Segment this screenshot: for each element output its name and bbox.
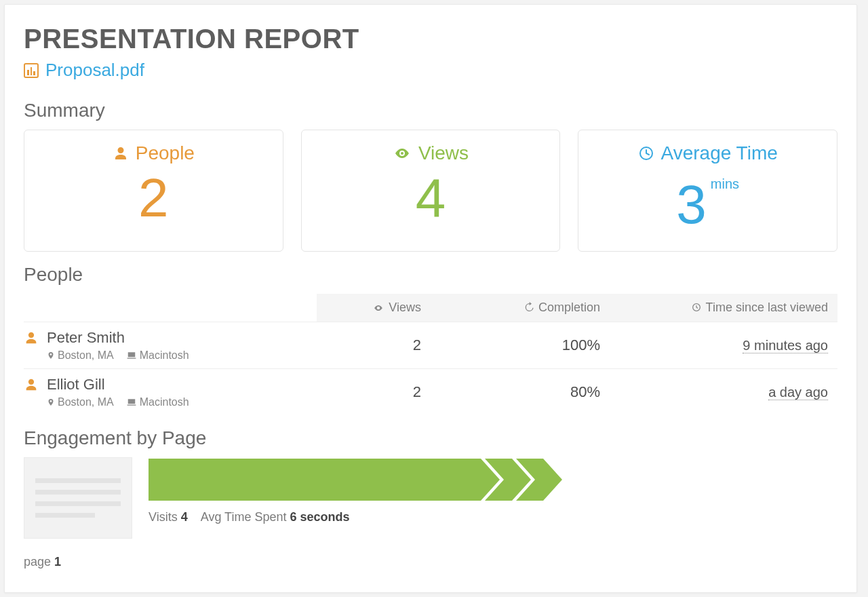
summary-people-value: 2 [31, 171, 276, 225]
history-icon [524, 302, 534, 313]
engagement-row: Visits 4 Avg Time Spent 6 seconds [24, 457, 837, 539]
person-name: Elliot Gill [47, 376, 189, 393]
table-row[interactable]: Elliot GillBoston, MAMacintosh280%a day … [24, 369, 837, 416]
file-link-row: Proposal.pdf [24, 60, 837, 81]
col-views-label: Views [389, 301, 421, 314]
engagement-heading: Engagement by Page [24, 427, 837, 449]
people-table-header-views[interactable]: Views [317, 294, 431, 322]
page-label-prefix: page [24, 555, 51, 569]
visits-value: 4 [181, 510, 188, 524]
chart-file-icon [24, 63, 39, 78]
col-completion-label: Completion [538, 301, 600, 314]
page-title: PRESENTATION REPORT [24, 24, 837, 54]
people-table-header-time[interactable]: Time since last viewed [610, 294, 837, 322]
svg-marker-4 [516, 459, 562, 501]
person-icon [24, 330, 39, 345]
people-heading: People [24, 264, 837, 286]
person-name: Peter Smith [47, 329, 189, 347]
person-location: Boston, MA [47, 349, 114, 362]
engagement-arrow-segment [516, 459, 562, 501]
summary-card-views: Views 4 [301, 130, 561, 252]
clock-icon [691, 302, 702, 313]
engagement-arrow-segment [149, 459, 500, 501]
clock-icon [638, 145, 654, 161]
summary-views-label: Views [418, 142, 469, 164]
eye-icon [393, 145, 412, 161]
row-completion: 80% [431, 369, 610, 416]
summary-card-people: People 2 [24, 130, 283, 252]
engagement-arrows-chart [149, 459, 837, 501]
people-table-header-empty [24, 294, 317, 322]
row-views: 2 [317, 369, 431, 416]
eye-icon [372, 303, 384, 313]
page-number-label: page 1 [24, 555, 837, 569]
summary-avg-time-label: Average Time [661, 142, 778, 164]
summary-heading: Summary [24, 100, 837, 121]
summary-views-value: 4 [309, 171, 553, 225]
page-label-number: 1 [54, 555, 61, 569]
summary-avg-time-units: mins [711, 176, 739, 192]
report-page: PRESENTATION REPORT Proposal.pdf Summary… [4, 4, 857, 593]
table-row[interactable]: Peter SmithBoston, MAMacintosh2100%9 min… [24, 322, 837, 369]
page-thumbnail[interactable] [24, 457, 132, 539]
summary-card-avg-time: Average Time 3 mins [578, 130, 837, 252]
person-icon [113, 145, 129, 161]
monitor-icon [126, 351, 137, 360]
engagement-meta: Visits 4 Avg Time Spent 6 seconds [149, 510, 837, 524]
svg-marker-2 [149, 459, 500, 501]
visits-label: Visits [149, 510, 178, 524]
summary-avg-time-value: 3 [676, 178, 707, 232]
row-views: 2 [317, 322, 431, 369]
pin-icon [47, 398, 55, 407]
person-device: Macintosh [126, 349, 189, 362]
people-table-header-completion[interactable]: Completion [431, 294, 610, 322]
file-name-link[interactable]: Proposal.pdf [45, 60, 144, 81]
row-time-since: 9 minutes ago [610, 322, 837, 369]
summary-cards: People 2 Views 4 Average Time 3 mi [24, 130, 837, 252]
summary-people-label: People [136, 142, 195, 164]
person-location: Boston, MA [47, 396, 114, 408]
people-table: Views Completion Time since last viewed … [24, 294, 837, 415]
person-device: Macintosh [126, 396, 189, 408]
engagement-details: Visits 4 Avg Time Spent 6 seconds [149, 457, 837, 524]
person-icon [24, 377, 39, 392]
row-time-since: a day ago [610, 369, 837, 416]
monitor-icon [126, 398, 137, 407]
avg-time-spent-label: Avg Time Spent [201, 510, 287, 524]
pin-icon [47, 351, 55, 360]
people-table-header-row: Views Completion Time since last viewed [24, 294, 837, 322]
row-completion: 100% [431, 322, 610, 369]
col-time-label: Time since last viewed [706, 301, 828, 314]
avg-time-spent-value: 6 seconds [290, 510, 350, 524]
